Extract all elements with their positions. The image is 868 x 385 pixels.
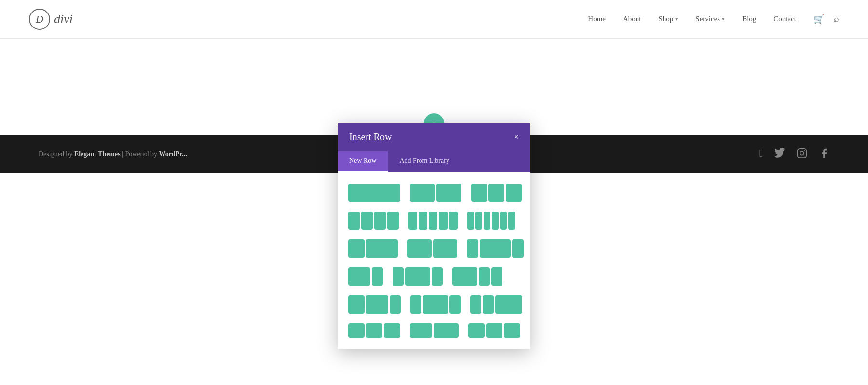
logo-circle-icon: D	[29, 9, 50, 30]
layout-row-6	[346, 321, 522, 340]
site-header: D divi Home About Shop ▾ Services ▾ Blog…	[0, 0, 868, 39]
layout-row-4	[346, 266, 522, 288]
main-content: Designed by Elegant Themes | Powered by …	[0, 39, 868, 173]
nav-item-blog[interactable]: Blog	[742, 15, 756, 23]
layout-r5-a[interactable]	[346, 293, 403, 316]
modal-title: Insert Row	[349, 132, 392, 143]
elegant-themes-link[interactable]: Elegant Themes	[74, 150, 121, 158]
layout-r5-c[interactable]	[468, 293, 524, 316]
layout-5col[interactable]	[407, 210, 460, 232]
layout-r6-b[interactable]	[408, 321, 461, 340]
layout-row-1	[346, 182, 522, 204]
layout-r6-c[interactable]	[466, 321, 522, 340]
nav-item-contact[interactable]: Contact	[773, 15, 796, 23]
layout-6col[interactable]	[465, 210, 517, 232]
social-icons-group: 	[760, 148, 829, 161]
facebook-icon[interactable]: 	[760, 148, 763, 161]
layout-row-3	[346, 238, 522, 260]
layout-r5-b[interactable]	[408, 293, 462, 316]
layout-3col[interactable]	[469, 182, 524, 204]
nav-item-about[interactable]: About	[623, 15, 641, 23]
footer-credit: Designed by Elegant Themes | Powered by …	[39, 150, 187, 158]
layout-4col[interactable]	[346, 210, 401, 232]
twitter-icon[interactable]	[774, 148, 785, 161]
shop-chevron-icon: ▾	[675, 16, 678, 22]
layout-2-1-unequal[interactable]	[465, 238, 526, 260]
modal-body	[338, 172, 530, 349]
main-nav: Home About Shop ▾ Services ▾ Blog Contac…	[588, 14, 839, 25]
tab-new-row[interactable]: New Row	[338, 151, 388, 172]
svg-point-1	[800, 151, 803, 155]
modal-tabs: New Row Add From Library	[338, 151, 530, 172]
tab-add-from-library[interactable]: Add From Library	[388, 151, 461, 172]
layout-2col[interactable]	[408, 182, 463, 204]
layout-1col[interactable]	[346, 182, 402, 204]
nav-icons-group: 🛒 ⌕	[814, 14, 839, 25]
nav-item-home[interactable]: Home	[588, 15, 606, 23]
cart-icon[interactable]: 🛒	[814, 14, 824, 25]
insert-row-modal: Insert Row × New Row Add From Library	[338, 123, 530, 349]
search-icon[interactable]: ⌕	[834, 14, 839, 24]
layout-r4-c[interactable]	[450, 266, 504, 288]
layout-1-2-unequal[interactable]	[346, 238, 400, 260]
logo-text: divi	[54, 12, 73, 27]
layout-row-5	[346, 293, 522, 316]
layout-row-2	[346, 210, 522, 232]
wordpress-link[interactable]: WordPr...	[159, 150, 187, 158]
layout-grid	[346, 182, 522, 340]
layout-r4-a[interactable]	[346, 266, 385, 288]
layout-2-3-col[interactable]	[406, 238, 459, 260]
facebook-icon-2[interactable]	[819, 148, 829, 161]
layout-r6-a[interactable]	[346, 321, 402, 340]
logo[interactable]: D divi	[29, 9, 73, 30]
svg-rect-0	[798, 148, 806, 157]
modal-header: Insert Row ×	[338, 123, 530, 151]
services-chevron-icon: ▾	[722, 16, 725, 22]
layout-r4-b[interactable]	[391, 266, 445, 288]
modal-close-button[interactable]: ×	[514, 132, 519, 142]
nav-item-services[interactable]: Services ▾	[695, 15, 725, 23]
nav-item-shop[interactable]: Shop ▾	[658, 15, 678, 23]
instagram-icon[interactable]	[797, 148, 807, 161]
svg-point-2	[804, 150, 805, 151]
